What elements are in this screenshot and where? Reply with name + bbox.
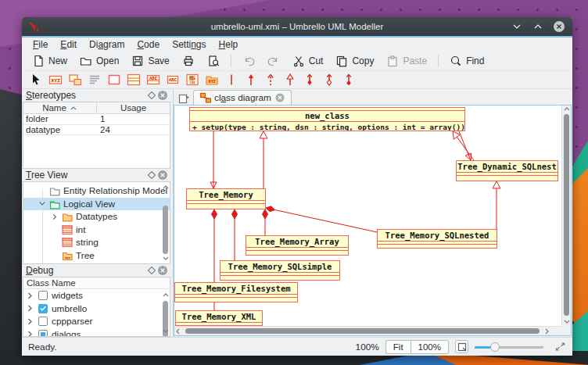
close-tab-icon[interactable] xyxy=(274,92,285,103)
package-icon[interactable]: XYZ xyxy=(204,73,220,88)
checkbox-unchecked[interactable] xyxy=(38,291,48,300)
association-icon[interactable] xyxy=(224,73,239,88)
print-button[interactable] xyxy=(177,53,200,69)
Open-button[interactable]: Open xyxy=(74,53,124,69)
scrollbar-thumb[interactable] xyxy=(564,114,569,316)
scrollbar-thumb[interactable] xyxy=(163,206,168,254)
zoom-slider[interactable] xyxy=(475,342,543,352)
class-box-Tree_Memory_Filesystem[interactable]: Tree_Memory_Filesystem xyxy=(174,282,298,302)
redo-button[interactable] xyxy=(262,53,285,69)
undo-button[interactable] xyxy=(237,53,260,69)
note-icon[interactable] xyxy=(87,73,102,88)
Cut-button[interactable]: Cut xyxy=(287,53,329,69)
class-icon[interactable] xyxy=(126,73,142,88)
class-box-Tree_Memory_SQLsimple[interactable]: Tree_Memory_SQLsimple xyxy=(220,260,340,281)
fit-button[interactable]: Fit xyxy=(385,340,411,354)
slider-handle[interactable] xyxy=(490,342,500,352)
zoom-100-button[interactable]: 100% xyxy=(411,340,449,354)
expander-icon[interactable] xyxy=(51,213,59,221)
Paste-button[interactable]: Paste xyxy=(381,53,432,69)
tree-view-dock-header[interactable]: Tree View xyxy=(23,169,170,181)
close-dock-icon[interactable] xyxy=(157,90,168,101)
stereotype-row[interactable]: datatype24 xyxy=(23,125,170,136)
tree-scrollbar[interactable] xyxy=(162,184,169,262)
close-button[interactable] xyxy=(553,20,565,33)
titlebar[interactable]: umbrello-uml.xmi – Umbrello UML Modeller xyxy=(22,17,572,36)
uni-association-icon[interactable] xyxy=(243,73,259,88)
tree-item-datatypes[interactable]: Datatypes xyxy=(23,210,170,224)
canvas-vertical-scrollbar[interactable] xyxy=(561,106,571,326)
menu-settings[interactable]: Settings xyxy=(166,38,212,51)
menu-code[interactable]: Code xyxy=(131,38,166,51)
debug-item-umbrello[interactable]: umbrello xyxy=(23,302,170,316)
scrollbar-thumb[interactable] xyxy=(185,328,540,334)
checkbox-partial[interactable] xyxy=(38,330,48,337)
menu-diagram[interactable]: Diagram xyxy=(83,38,131,51)
anchor-icon[interactable] xyxy=(341,73,357,88)
New-button[interactable]: New xyxy=(27,53,73,69)
column-name[interactable]: Name xyxy=(23,102,97,113)
expander-icon[interactable] xyxy=(26,330,34,337)
minimize-button[interactable] xyxy=(511,20,523,33)
enum-icon[interactable]: ABCDEF123 xyxy=(185,73,200,88)
text-box-icon[interactable]: XYZ xyxy=(48,73,63,88)
tree-item-int[interactable]: int xyxy=(23,224,170,237)
diagram-canvas[interactable]: new_class+ setup(type : string, dsn : st… xyxy=(174,106,561,326)
class-box-new_class[interactable]: new_class+ setup(type : string, dsn : st… xyxy=(189,107,465,131)
select-cursor-icon[interactable] xyxy=(28,73,44,88)
Copy-button[interactable]: Copy xyxy=(330,53,379,69)
print-preview-button[interactable] xyxy=(202,53,225,69)
composition-icon[interactable] xyxy=(302,73,317,88)
close-dock-icon[interactable] xyxy=(157,265,168,276)
class-box-Tree_Memory[interactable]: Tree_Memory xyxy=(186,188,266,209)
expander-icon[interactable] xyxy=(38,199,46,208)
stereotypes-dock-header[interactable]: Stereotypes xyxy=(23,89,170,102)
zoom-reset-button[interactable] xyxy=(455,340,468,353)
new-tab-button[interactable] xyxy=(176,91,192,105)
Save-button[interactable]: Save xyxy=(126,53,174,69)
tree-item-tree[interactable]: xyzTree xyxy=(23,249,170,263)
debug-scrollbar[interactable] xyxy=(162,292,169,335)
expander-icon[interactable] xyxy=(26,317,34,326)
expander-icon[interactable] xyxy=(26,292,34,300)
debug-column-header[interactable]: Class Name xyxy=(23,277,170,289)
aggregation-icon[interactable] xyxy=(321,73,337,88)
column-usage[interactable]: Usage xyxy=(97,102,170,113)
datatype-icon[interactable]: ABC xyxy=(165,73,181,88)
debug-item-cppparser[interactable]: cppparser xyxy=(23,315,170,328)
checkbox-unchecked[interactable] xyxy=(38,317,48,326)
maximize-button[interactable] xyxy=(532,20,544,33)
cut-icon xyxy=(292,55,305,67)
class-box-Tree_Dynamic_SQLnest[interactable]: Tree_Dynamic_SQLnest xyxy=(456,160,558,181)
class-box-Tree_Memory_Array[interactable]: Tree_Memory_Array xyxy=(246,235,349,256)
Find-button[interactable]: Find xyxy=(444,53,489,69)
float-dock-icon[interactable] xyxy=(146,90,157,101)
menu-help[interactable]: Help xyxy=(213,38,245,51)
float-dock-icon[interactable] xyxy=(146,265,157,276)
box-icon[interactable] xyxy=(106,73,122,88)
float-dock-icon[interactable] xyxy=(146,170,157,181)
canvas-horizontal-scrollbar[interactable] xyxy=(174,326,561,335)
expand-window-icon[interactable] xyxy=(554,341,566,352)
close-dock-icon[interactable] xyxy=(157,170,168,181)
class-box-Tree_Memory_XML[interactable]: Tree_Memory_XML xyxy=(175,310,263,326)
tree-item-entity-relationship-model[interactable]: Entity Relationship Model xyxy=(23,184,170,198)
menu-file[interactable]: File xyxy=(27,38,54,51)
debug-item-dialogs[interactable]: dialogs xyxy=(23,328,170,338)
interface-icon[interactable]: ABC xyxy=(145,73,161,88)
subsystem-icon[interactable] xyxy=(67,73,83,88)
stereotypes-table[interactable]: Name Usage folder1datatype24 xyxy=(23,102,170,169)
class-box-Tree_Memory_SQLnested[interactable]: Tree_Memory_SQLnested xyxy=(377,229,497,249)
debug-dock-header[interactable]: Debug xyxy=(23,264,170,277)
tree-item-string[interactable]: string xyxy=(23,236,170,249)
stereotype-row[interactable]: folder1 xyxy=(23,114,170,125)
generalization-icon[interactable] xyxy=(282,73,298,88)
stereotypes-table-header[interactable]: Name Usage xyxy=(23,102,170,114)
debug-item-widgets[interactable]: widgets xyxy=(23,289,170,302)
expander-icon[interactable] xyxy=(26,304,34,313)
tree-item-logical-view[interactable]: Logical View xyxy=(23,198,170,211)
dependency-icon[interactable] xyxy=(263,73,278,88)
menu-edit[interactable]: Edit xyxy=(54,38,83,51)
checkbox-checked[interactable] xyxy=(38,304,48,313)
tab-class-diagram[interactable]: class diagram xyxy=(193,90,292,105)
